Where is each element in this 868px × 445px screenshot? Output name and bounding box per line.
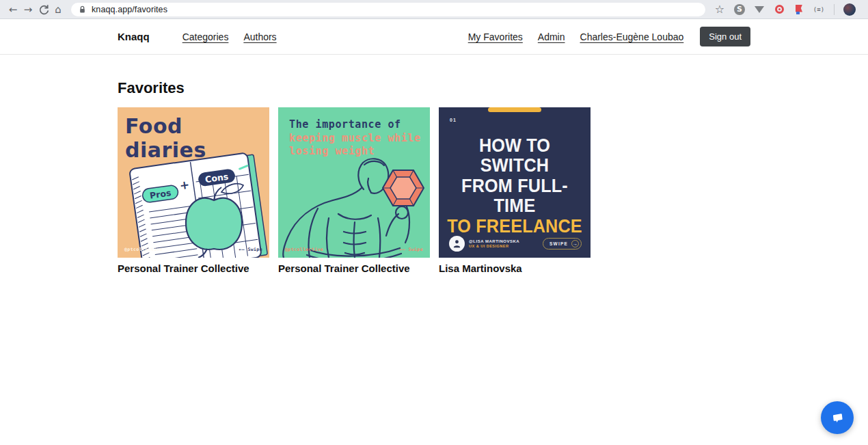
parentheses-extension-icon[interactable]: (≡): [813, 3, 825, 16]
pin-extension-icon[interactable]: [793, 3, 805, 16]
reload-glyph: [38, 3, 49, 15]
sign-out-button[interactable]: Sign out: [700, 27, 750, 46]
person-icon: [452, 239, 462, 249]
slide-number: 01: [450, 118, 457, 122]
tray-divider: [834, 4, 835, 15]
primary-nav: Categories Authors: [182, 31, 277, 42]
chat-widget-button[interactable]: [821, 401, 854, 434]
browser-profile-avatar[interactable]: [843, 3, 856, 16]
pin-glyph: [795, 5, 803, 14]
back-icon[interactable]: ←: [5, 2, 21, 17]
author-avatar: [449, 236, 465, 252]
card-author[interactable]: Personal Trainer Collective: [278, 262, 430, 274]
bookmark-star-icon[interactable]: ☆: [714, 3, 726, 16]
card-handle-text: @ptcollective: [124, 247, 163, 252]
skype-letter: S: [734, 4, 745, 15]
home-icon[interactable]: ⌂: [51, 2, 66, 17]
chat-bubble-icon: [829, 409, 845, 426]
spiral-glyph: [775, 5, 784, 14]
card-title: The importance of keeping muscle while l…: [289, 118, 423, 159]
title-line-1: The importance of: [289, 118, 423, 132]
notebook-illustration: Pros + Cons: [118, 140, 269, 258]
author-role: UX & UI DESIGNER: [469, 244, 519, 248]
spiral-extension-icon[interactable]: [773, 3, 785, 16]
skype-extension-icon[interactable]: S: [733, 3, 746, 16]
card-keeping-muscle[interactable]: The importance of keeping muscle while l…: [278, 107, 430, 258]
address-bar[interactable]: knaqq.app/favorites: [71, 3, 705, 16]
card-author[interactable]: Personal Trainer Collective: [118, 262, 269, 274]
title-line-3: TO FREELANCE: [446, 216, 583, 236]
card-swipe-text: ←— Swipe: [399, 247, 423, 252]
card-handle-text: @ptcollective: [285, 247, 323, 252]
bodybuilder-illustration: [278, 155, 430, 258]
browser-toolbar: ← → ⌂ knaqq.app/favorites ☆ S (≡) ⋮: [0, 0, 868, 19]
title-line-2: FROM FULL-TIME: [446, 176, 583, 216]
arrow-right-icon: →: [571, 240, 579, 247]
browser-menu-icon[interactable]: ⋮: [863, 3, 868, 16]
favorite-item: 01 HOW TO SWITCH FROM FULL-TIME TO FREEL…: [439, 107, 591, 274]
title-line-1: HOW TO SWITCH: [446, 135, 583, 176]
site-header: Knaqq Categories Authors My Favorites Ad…: [0, 19, 868, 55]
triangle-extension-icon[interactable]: [753, 3, 765, 16]
extension-tray: ☆ S (≡) ⋮: [714, 3, 868, 16]
nav-link-user-name[interactable]: Charles-Eugène Loubao: [580, 31, 684, 42]
bookmark-tab: [488, 107, 541, 112]
lock-icon: [78, 5, 87, 14]
url-text: knaqq.app/favorites: [92, 5, 167, 14]
triangle-glyph: [755, 6, 764, 13]
parentheses-glyph: (≡): [813, 6, 824, 13]
swipe-label: SWIPE: [550, 241, 568, 246]
card-swipe-text: ←— Swipe: [239, 247, 262, 252]
swipe-pill: SWIPE →: [543, 238, 582, 250]
author-handle: @LISA MARTINOVSKA: [469, 239, 519, 243]
favorite-item: The importance of keeping muscle while l…: [278, 107, 430, 274]
nav-link-my-favorites[interactable]: My Favorites: [468, 31, 523, 42]
page-title: Favorites: [118, 79, 750, 97]
nav-link-categories[interactable]: Categories: [182, 31, 229, 42]
nav-link-admin[interactable]: Admin: [538, 31, 565, 42]
title-line-2: keeping muscle while: [289, 132, 423, 146]
nav-link-authors[interactable]: Authors: [243, 31, 276, 42]
author-id-block: @LISA MARTINOVSKA UX & UI DESIGNER: [469, 239, 519, 249]
reload-icon[interactable]: [36, 2, 51, 17]
card-author[interactable]: Lisa Martinovska: [439, 262, 591, 274]
card-title: HOW TO SWITCH FROM FULL-TIME TO FREELANC…: [446, 135, 583, 236]
main-content: Favorites Food diaries Pros: [118, 79, 750, 274]
logo-knaqq[interactable]: Knaqq: [118, 31, 150, 42]
favorite-item: Food diaries Pros + Cons: [118, 107, 269, 274]
card-food-diaries[interactable]: Food diaries Pros + Cons: [118, 107, 269, 258]
favorites-grid: Food diaries Pros + Cons: [118, 107, 750, 274]
plus-glyph: +: [179, 178, 191, 193]
card-footer: @LISA MARTINOVSKA UX & UI DESIGNER SWIPE…: [449, 236, 582, 252]
account-nav: My Favorites Admin Charles-Eugène Loubao…: [468, 27, 750, 46]
forward-icon[interactable]: →: [21, 2, 36, 17]
card-freelance[interactable]: 01 HOW TO SWITCH FROM FULL-TIME TO FREEL…: [439, 107, 591, 258]
